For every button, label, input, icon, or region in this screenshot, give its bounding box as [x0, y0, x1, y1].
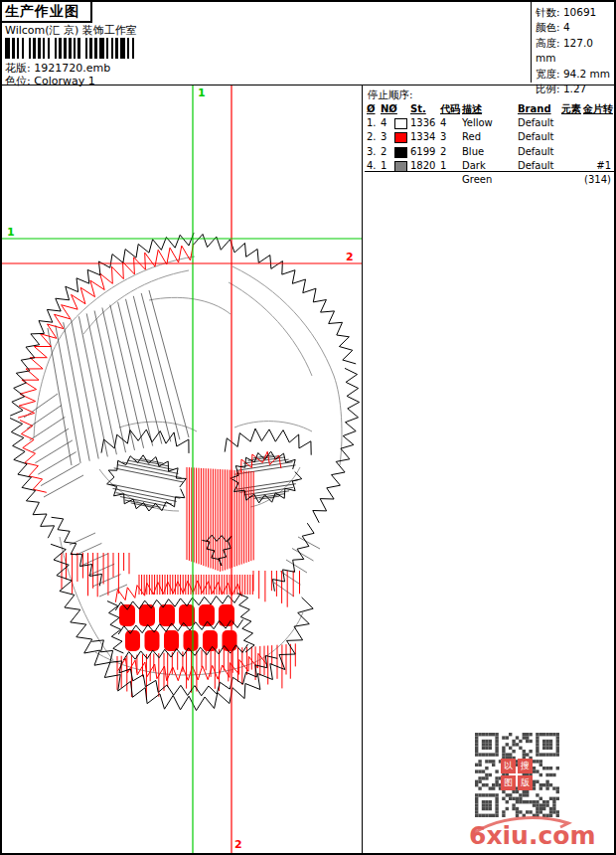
qr-logo-char: 搜 — [518, 759, 533, 773]
stop-sequence-table: ØNØSt.代码描述Brand元素金片转1.413364YellowDefaul… — [365, 102, 614, 187]
page-title: 生产作业图 — [2, 2, 92, 23]
column-header: 金片转 — [583, 102, 614, 116]
row-description: Yellow — [462, 116, 518, 130]
end-marker-label-right: 2 — [346, 251, 354, 263]
row-brand: Default — [518, 116, 561, 130]
row-code: 2 — [440, 145, 462, 159]
info-row: 高度: 127.0 mm — [536, 36, 614, 67]
watermark-text: 6xiu.com — [469, 821, 576, 850]
qr-logo-char: 以 — [501, 759, 516, 773]
row-elements — [561, 116, 583, 130]
thread-color-swatch — [394, 147, 407, 158]
design-info-box: 针数: 10691颜色: 4高度: 127.0 mm宽度: 94.2 mm比例:… — [531, 2, 614, 83]
stitch-preview-canvas: 1122 — [2, 86, 362, 853]
row-brand: Default — [518, 130, 561, 144]
column-header: 代码 — [440, 102, 462, 116]
row-needle: 2 — [381, 145, 394, 159]
column-header — [394, 102, 410, 116]
end-marker-label-bottom: 2 — [234, 838, 242, 851]
column-header: Ø — [367, 102, 381, 116]
row-code: 1 — [440, 159, 462, 187]
row-seq: 4. — [367, 159, 381, 187]
marker-guides: 1122 — [2, 86, 362, 853]
thread-color-swatch — [394, 132, 407, 143]
column-header: St. — [410, 102, 440, 116]
row-brand: Default — [518, 159, 561, 187]
row-sequins — [583, 130, 614, 144]
info-row: 宽度: 94.2 mm — [536, 67, 614, 82]
row-sequins — [583, 116, 614, 130]
start-marker-label-top: 1 — [198, 86, 206, 99]
column-header: NØ — [381, 102, 394, 116]
start-marker-label-left: 1 — [7, 226, 15, 239]
panel-divider — [362, 85, 363, 853]
row-elements — [561, 159, 583, 187]
row-elements — [561, 145, 583, 159]
row-seq: 2. — [367, 130, 381, 144]
row-description: Blue — [462, 145, 518, 159]
design-barcode — [5, 38, 134, 59]
row-description: Red — [462, 130, 518, 144]
row-brand: Default — [518, 145, 561, 159]
qr-center-logo: 以搜图版 — [501, 759, 533, 790]
row-stitches: 1820 — [410, 159, 440, 187]
qr-logo-char: 图 — [501, 775, 516, 790]
thread-color-swatch — [394, 161, 407, 172]
row-sequins: #1 (314) — [583, 159, 614, 187]
stop-sequence-panel: 停止顺序: ØNØSt.代码描述Brand元素金片转1.413364Yellow… — [365, 86, 614, 172]
production-worksheet-page: 生产作业图 Wilcom(汇 京) 装饰工作室 花版: 1921720.emb … — [0, 0, 616, 855]
stop-sequence-title: 停止顺序: — [365, 88, 614, 102]
row-description: Dark Green — [462, 159, 518, 187]
thread-color-swatch — [394, 118, 407, 129]
row-needle: 1 — [381, 159, 394, 187]
skull-stitches — [10, 233, 360, 710]
qr-logo-char: 版 — [518, 775, 533, 790]
qr-code: 以搜图版 — [475, 733, 559, 817]
row-code: 4 — [440, 116, 462, 130]
row-stitches: 1336 — [410, 116, 440, 130]
studio-name: Wilcom(汇 京) 装饰工作室 — [5, 23, 137, 38]
info-row: 颜色: 4 — [536, 20, 614, 35]
column-header: 描述 — [462, 102, 518, 116]
row-code: 3 — [440, 130, 462, 144]
row-seq: 3. — [367, 145, 381, 159]
row-stitches: 1334 — [410, 130, 440, 144]
row-seq: 1. — [367, 116, 381, 130]
info-row: 针数: 10691 — [536, 5, 614, 20]
column-header: 元素 — [561, 102, 583, 116]
column-header: Brand — [518, 102, 561, 116]
row-sequins — [583, 145, 614, 159]
row-needle: 3 — [381, 130, 394, 144]
row-needle: 4 — [381, 116, 394, 130]
row-elements — [561, 130, 583, 144]
row-stitches: 6199 — [410, 145, 440, 159]
